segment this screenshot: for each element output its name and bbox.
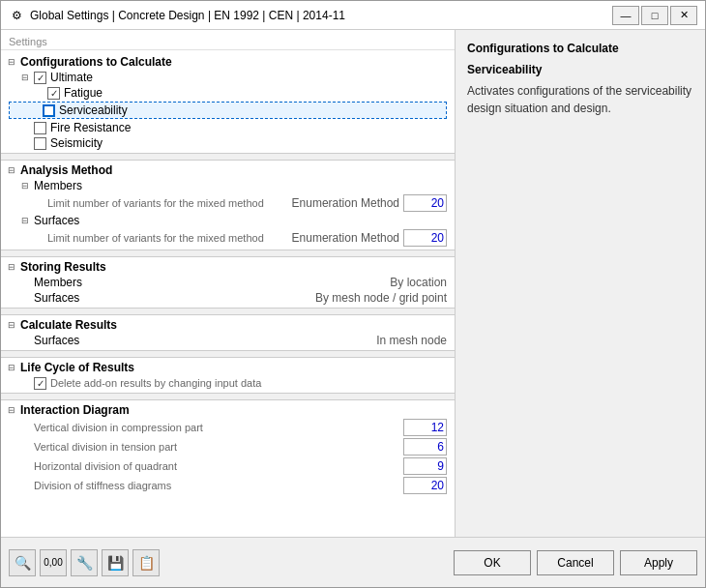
sidebar-item-calc-results[interactable]: ⊟ Calculate Results (1, 317, 455, 333)
main-window: ⚙ Global Settings | Concrete Design | EN… (0, 0, 706, 588)
sidebar-item-storing-members[interactable]: ⊟ Members By location (1, 275, 455, 290)
settings-label: Settings (1, 30, 455, 50)
vert-compression-value[interactable]: 12 (403, 419, 447, 436)
sidebar-item-ultimate[interactable]: ⊟ Ultimate (1, 70, 455, 85)
help-text: Activates configurations of the servicea… (467, 82, 693, 117)
analysis-label: Analysis Method (20, 163, 112, 177)
bottom-icons: 🔍 0,00 🔧 💾 📋 (9, 549, 454, 576)
sidebar-item-calc-surfaces[interactable]: ⊟ Surfaces In mesh node (1, 333, 455, 348)
sidebar-item-vert-compression[interactable]: ⊟ Vertical division in compression part … (1, 418, 455, 437)
bottom-bar: 🔍 0,00 🔧 💾 📋 OK Cancel Apply (1, 537, 705, 587)
serviceability-row-wrapper: ⊟ Serviceability (5, 102, 451, 119)
checkbox-seismicity[interactable] (34, 137, 46, 150)
expand-icon-interaction: ⊟ (5, 403, 18, 417)
seismicity-label: Seismicity (50, 136, 103, 150)
save-icon-button[interactable]: 💾 (102, 549, 129, 576)
maximize-button[interactable]: □ (641, 6, 668, 25)
window-controls: — □ ✕ (612, 6, 697, 25)
apply-button[interactable]: Apply (620, 550, 697, 575)
horiz-quadrant-label: Horizontal division of quadrant (34, 460, 177, 472)
expand-icon-calc: ⊟ (5, 318, 18, 332)
fatigue-label: Fatigue (64, 86, 103, 100)
sidebar-item-seismicity[interactable]: ⊟ Seismicity (1, 135, 455, 151)
content-area: Settings ⊟ Configurations to Calculate ⊟… (1, 30, 705, 537)
members-value-box[interactable]: 20 (403, 194, 447, 212)
sidebar-item-fatigue[interactable]: ⊟ Fatigue (1, 85, 455, 101)
help-subtitle: Serviceability (467, 63, 693, 76)
divider-1 (1, 153, 455, 161)
divider-5 (1, 393, 455, 400)
divider-4 (1, 350, 455, 358)
cancel-button[interactable]: Cancel (537, 550, 614, 575)
sidebar-item-storing[interactable]: ⊟ Storing Results (1, 259, 455, 275)
expand-icon-analysis: ⊟ (5, 163, 18, 177)
sidebar-item-configurations[interactable]: ⊟ Configurations to Calculate (1, 54, 455, 70)
ultimate-label: Ultimate (50, 71, 93, 84)
checkbox-fatigue[interactable] (47, 87, 60, 100)
help-title: Configurations to Calculate (467, 42, 693, 55)
surfaces-variants-label: Limit number of variants for the mixed m… (47, 232, 264, 244)
stiffness-label: Division of stiffness diagrams (34, 480, 171, 491)
value-icon-button[interactable]: 0,00 (40, 549, 67, 576)
checkbox-serviceability[interactable] (43, 104, 55, 117)
serviceability-label: Serviceability (59, 103, 128, 117)
expand-icon-ultimate: ⊟ (18, 71, 32, 84)
vert-tension-value[interactable]: 6 (403, 438, 447, 456)
ok-button[interactable]: OK (454, 550, 531, 575)
calc-results-label: Calculate Results (20, 318, 117, 332)
sidebar-item-horiz-quadrant[interactable]: ⊟ Horizontal division of quadrant 9 (1, 456, 455, 476)
storing-surfaces-value: By mesh node / grid point (315, 291, 447, 305)
calc-surfaces-value: In mesh node (376, 334, 447, 347)
vert-compression-label: Vertical division in compression part (34, 422, 203, 433)
horiz-quadrant-value[interactable]: 9 (403, 457, 447, 475)
sidebar-item-analysis[interactable]: ⊟ Analysis Method (1, 162, 455, 178)
sidebar-item-members-variants[interactable]: ⊟ Limit number of variants for the mixed… (1, 193, 455, 213)
sidebar-item-members[interactable]: ⊟ Members (1, 178, 455, 193)
storing-surfaces-label: Surfaces (34, 291, 79, 305)
checkbox-fire[interactable] (34, 122, 46, 134)
settings-icon-button[interactable]: 🔧 (71, 549, 98, 576)
members-label: Members (34, 179, 82, 192)
enum-label-members: Enumeration Method (292, 196, 399, 210)
configurations-label: Configurations to Calculate (20, 55, 172, 69)
action-buttons: OK Cancel Apply (454, 550, 697, 575)
sidebar-item-serviceability[interactable]: ⊟ Serviceability (9, 102, 447, 119)
surfaces-value-box[interactable]: 20 (403, 229, 447, 247)
expand-icon-surfaces: ⊟ (18, 214, 32, 227)
expand-icon-members: ⊟ (18, 179, 32, 192)
sidebar-item-lifecycle[interactable]: ⊟ Life Cycle of Results (1, 360, 455, 375)
sidebar-item-stiffness[interactable]: ⊟ Division of stiffness diagrams 20 (1, 476, 455, 495)
sidebar-item-surfaces-variants[interactable]: ⊟ Limit number of variants for the mixed… (1, 228, 455, 248)
close-button[interactable]: ✕ (670, 6, 697, 25)
sidebar-item-interaction[interactable]: ⊟ Interaction Diagram (1, 402, 455, 418)
sidebar-item-delete-addon[interactable]: ⊟ Delete add-on results by changing inpu… (1, 375, 455, 391)
expand-icon-lifecycle: ⊟ (5, 361, 18, 374)
checkbox-delete-addon[interactable] (34, 377, 46, 390)
enum-label-surfaces: Enumeration Method (292, 231, 399, 245)
search-icon-button[interactable]: 🔍 (9, 549, 36, 576)
checkbox-ultimate[interactable] (34, 72, 46, 84)
calc-surfaces-label: Surfaces (34, 334, 79, 347)
sidebar-item-storing-surfaces[interactable]: ⊟ Surfaces By mesh node / grid point (1, 290, 455, 306)
stiffness-value[interactable]: 20 (403, 477, 447, 494)
divider-3 (1, 308, 455, 315)
sidebar-item-vert-tension[interactable]: ⊟ Vertical division in tension part 6 (1, 437, 455, 456)
storing-members-value: By location (390, 276, 447, 289)
clipboard-icon-button[interactable]: 📋 (132, 549, 160, 576)
divider-2 (1, 250, 455, 257)
right-panel: Configurations to Calculate Serviceabili… (456, 30, 705, 537)
members-variants-label: Limit number of variants for the mixed m… (47, 197, 264, 209)
sidebar-item-fire-resistance[interactable]: ⊟ Fire Resistance (1, 120, 455, 135)
lifecycle-label: Life Cycle of Results (20, 361, 134, 374)
expand-icon: ⊟ (5, 55, 18, 69)
left-panel: Settings ⊟ Configurations to Calculate ⊟… (1, 30, 456, 537)
surfaces-label: Surfaces (34, 214, 79, 227)
delete-addon-label: Delete add-on results by changing input … (50, 377, 261, 389)
storing-label: Storing Results (20, 260, 106, 274)
minimize-button[interactable]: — (612, 6, 639, 25)
vert-tension-label: Vertical division in tension part (34, 441, 177, 453)
sidebar-item-surfaces[interactable]: ⊟ Surfaces (1, 213, 455, 228)
storing-members-label: Members (34, 276, 82, 289)
titlebar: ⚙ Global Settings | Concrete Design | EN… (1, 1, 705, 30)
expand-icon-storing: ⊟ (5, 260, 18, 274)
